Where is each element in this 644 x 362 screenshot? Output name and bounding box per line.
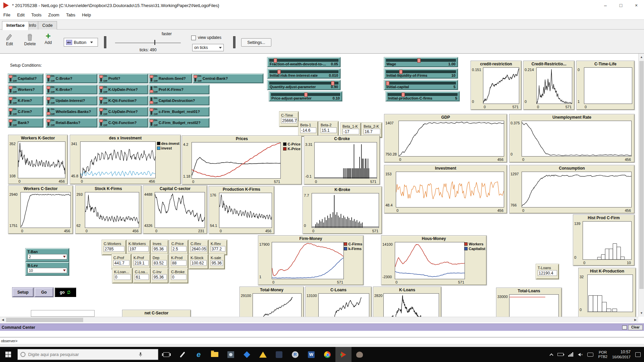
vertical-scrollbar-thumb[interactable] <box>639 61 644 289</box>
chooser-value-box[interactable]: 2 <box>28 254 67 259</box>
switch-handle[interactable] <box>150 101 153 104</box>
delete-button[interactable]: Delete <box>24 34 36 46</box>
taskbar-app-security[interactable] <box>255 347 271 362</box>
taskbar-app-r[interactable]: R <box>287 347 303 362</box>
menu-help[interactable]: Help <box>78 11 94 19</box>
switch-handle[interactable] <box>99 108 103 111</box>
taskbar-app-gimp[interactable] <box>352 347 368 362</box>
slider-initial-capital[interactable]: Initial-capital5 <box>384 80 458 90</box>
slider-initial-liquidity-of-firms[interactable]: Initial-liquidity-of-Firms10 <box>384 69 458 78</box>
task-view-button[interactable] <box>158 347 174 362</box>
slider-price-adjust-parameter[interactable]: Price-adjust-parameter0.10 <box>269 92 342 101</box>
switch-wholesales-banks[interactable]: WholeSales-Banks? <box>46 107 97 116</box>
switch-handle[interactable] <box>9 97 12 100</box>
tab-code[interactable]: Code <box>38 21 57 30</box>
toolbar-separator[interactable] <box>233 36 235 48</box>
menu-zoom[interactable]: Zoom <box>45 11 63 19</box>
taskbar-clock[interactable]: 10:5716/06/2017 <box>612 350 631 360</box>
taskbar-app-netlogo[interactable] <box>335 347 352 362</box>
tray-chevron-up-icon[interactable] <box>549 353 553 357</box>
switch-bank[interactable]: Bank? <box>8 118 43 127</box>
switch-handle[interactable] <box>150 90 153 93</box>
switch-retail-banks[interactable]: Retail-Banks? <box>46 118 97 127</box>
switch-k-qtt-function[interactable]: K-Qtt-Function? <box>99 96 148 105</box>
switch-c-firm-budget-rest02[interactable]: C-Firm_Budget_rest02? <box>149 118 209 127</box>
clear-button[interactable]: Clear <box>628 325 643 330</box>
vertical-scrollbar[interactable]: ▲▼ <box>638 54 644 317</box>
switch-capital-destruction[interactable]: Capital-Destruction? <box>149 96 209 105</box>
switch-capitalist[interactable]: Capitalist? <box>8 74 43 83</box>
settings-button[interactable]: Settings... <box>241 38 271 47</box>
menu-file[interactable]: File <box>0 11 14 19</box>
notification-center-icon[interactable] <box>635 352 641 357</box>
edit-button[interactable]: Edit <box>6 34 13 46</box>
tab-interface[interactable]: Interface <box>2 21 29 30</box>
switch-handle[interactable] <box>47 75 50 78</box>
detach-icon[interactable] <box>622 325 627 329</box>
taskbar-search[interactable] <box>17 349 158 360</box>
switch-handle[interactable] <box>9 75 12 78</box>
chooser-b-lev[interactable]: B-Lev10 <box>25 262 69 276</box>
minimize-button[interactable]: – <box>598 0 613 11</box>
switch-handle[interactable] <box>47 119 50 122</box>
menu-tabs[interactable]: Tabs <box>63 11 78 19</box>
setup-button[interactable]: Setup <box>12 288 34 297</box>
go-button[interactable]: Go <box>35 288 53 297</box>
taskbar-app-file-explorer[interactable] <box>207 347 223 362</box>
command-line[interactable]: observer> <box>0 337 644 344</box>
switch-central-bank[interactable]: Central-Bank? <box>193 74 263 83</box>
switch-handle[interactable] <box>99 119 103 122</box>
switch-handle[interactable] <box>194 75 197 78</box>
horizontal-scrollbar-thumb[interactable] <box>6 318 83 322</box>
switch-c-firm[interactable]: C-Firm? <box>8 107 43 116</box>
battery-icon[interactable] <box>557 353 564 356</box>
switch-handle[interactable] <box>150 119 153 122</box>
widget-type-chooser[interactable]: abc Button <box>64 38 98 47</box>
switch-handle[interactable] <box>9 119 12 122</box>
taskbar-app-edge[interactable]: e <box>191 347 207 362</box>
switch-update-interest[interactable]: Update-Interest? <box>46 96 97 105</box>
go-forever-button[interactable]: go <box>55 288 76 297</box>
switch-handle[interactable] <box>9 108 12 111</box>
maximize-button[interactable]: □ <box>613 0 629 11</box>
slider-quantity-adjust-parameter[interactable]: Quantity-adjust-parameter0.90 <box>267 80 340 90</box>
slider-initial-production-c-firms[interactable]: Initial-production-C-firms5 <box>386 92 460 101</box>
slider-initial-risk-free-interest-rate[interactable]: Initial-risk-free-interest-rate0.010 <box>267 69 340 78</box>
taskbar-app-pen[interactable] <box>174 347 191 362</box>
switch-handle[interactable] <box>99 97 103 100</box>
switch-handle[interactable] <box>150 75 153 78</box>
switch-workers[interactable]: Workers? <box>8 85 43 94</box>
switch-prof-k-firms[interactable]: Prof-K-Firms? <box>149 85 209 94</box>
switch-c-qtt-function[interactable]: C-Qtt-Function? <box>99 118 148 127</box>
volume-muted-icon[interactable]: × <box>578 353 583 356</box>
touch-keyboard-icon[interactable] <box>587 353 593 357</box>
speed-slider-handle[interactable] <box>154 40 155 45</box>
language-indicator[interactable]: PORPTB2 <box>598 350 607 359</box>
add-button[interactable]: + Add <box>45 32 52 45</box>
switch-random-seed[interactable]: Random-Seed? <box>149 74 192 83</box>
switch-handle[interactable] <box>47 97 50 100</box>
switch-handle[interactable] <box>99 75 103 78</box>
switch-handle[interactable] <box>150 108 153 111</box>
taskbar-app-dark[interactable] <box>271 347 287 362</box>
taskbar-app-chrome[interactable] <box>319 347 335 362</box>
slider-wage[interactable]: Wage1.00 <box>384 57 458 67</box>
menu-edit[interactable]: Edit <box>14 11 28 19</box>
toolbar-separator[interactable] <box>104 36 106 48</box>
start-button[interactable] <box>0 347 16 362</box>
menu-tools[interactable]: Tools <box>28 11 45 19</box>
switch-k-broke[interactable]: K-Broke? <box>46 85 97 94</box>
switch-handle[interactable] <box>47 86 50 89</box>
search-input[interactable] <box>28 352 136 357</box>
switch-k-update-price[interactable]: K-UpDate-Price? <box>99 85 148 94</box>
taskbar-app-word[interactable]: W <box>303 347 319 362</box>
switch-handle[interactable] <box>99 86 103 89</box>
switch-c-update-price[interactable]: C-UpDate-Price? <box>99 107 148 116</box>
chooser-t-ban[interactable]: T-Ban2 <box>25 248 69 262</box>
chooser-value-box[interactable]: 10 <box>28 268 67 273</box>
view-updates-checkbox[interactable] <box>191 36 196 40</box>
switch-k-firm[interactable]: K-Firm? <box>8 96 43 105</box>
update-mode-select[interactable]: on ticks <box>192 44 224 51</box>
switch-c-firm-budget-rest01[interactable]: c-Firm_Budget_rest01? <box>149 107 209 116</box>
switch-profit[interactable]: Profit? <box>99 74 148 83</box>
